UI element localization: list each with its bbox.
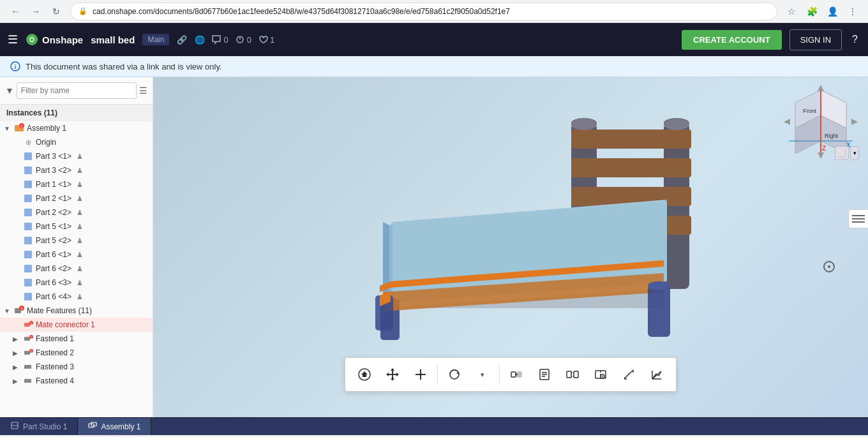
likes-icon[interactable]: 1 (258, 34, 274, 45)
tree-item-mate-connector1[interactable]: ! Mate connector 1 (0, 318, 153, 332)
view-cube-dropdown[interactable]: ▾ (850, 146, 859, 160)
fastened4-toggle[interactable]: ▶ (13, 378, 20, 385)
translate-button[interactable] (408, 362, 433, 387)
profile-button[interactable]: 👤 (823, 3, 841, 20)
svg-marker-69 (818, 85, 824, 91)
back-button[interactable]: ← (6, 3, 24, 20)
tree-item-fastened2[interactable]: ▶ ! Fastened 2 (0, 346, 153, 360)
menu-button[interactable]: ⋮ (844, 3, 862, 20)
comments-icon[interactable]: 0 (211, 34, 228, 45)
view-cube-home[interactable]: ⬜ (835, 146, 849, 160)
tree-item-fastened1[interactable]: ▶ ! Fastened 1 (0, 332, 153, 346)
svg-rect-29 (24, 351, 30, 355)
tree-item-part2-1[interactable]: Part 2 <1> ♟ (0, 191, 153, 205)
fastened3-toggle[interactable]: ▶ (13, 364, 20, 371)
tree-item-part6-3[interactable]: Part 6 <3> ♟ (0, 276, 153, 290)
notes-button[interactable] (532, 362, 557, 387)
svg-marker-76 (391, 368, 394, 371)
svg-marker-78 (386, 373, 389, 376)
svg-rect-14 (24, 223, 32, 230)
rotate-button[interactable] (442, 362, 467, 387)
tree-item-part2-2[interactable]: Part 2 <2> ♟ (0, 205, 153, 219)
tree-item-part5-2[interactable]: Part 5 <2> ♟ (0, 233, 153, 248)
tree-item-part1-1[interactable]: Part 1 <1> ♟ (0, 177, 153, 191)
tree-toggle-assembly1[interactable]: ▼ (4, 125, 11, 132)
svg-text:!: ! (21, 124, 22, 128)
svg-rect-26 (24, 337, 30, 341)
svg-point-56 (664, 119, 689, 130)
person-icon-part2-2: ♟ (77, 209, 83, 217)
address-bar[interactable]: 🔒 cad.onshape.com/documents/8d0677b60e1a… (70, 3, 777, 20)
fastened1-toggle[interactable]: ▶ (13, 336, 20, 343)
fastened2-toggle[interactable]: ▶ (13, 350, 20, 357)
filter-input[interactable] (17, 82, 137, 99)
tree-item-fastened3[interactable]: ▶ Fastened 3 (0, 360, 153, 374)
part-studio-tab-label: Part Studio 1 (23, 422, 67, 431)
svg-rect-10 (24, 167, 32, 174)
help-button[interactable]: ? (849, 31, 860, 48)
svg-text:Z: Z (822, 145, 826, 152)
fastened3-icon (23, 362, 33, 372)
mate-connector1-icon: ! (23, 320, 33, 330)
part6-2-label: Part 6 <2> (36, 264, 71, 273)
tree-item-part6-1[interactable]: Part 6 <1> ♟ (0, 248, 153, 262)
origin-icon: ⊕ (23, 137, 33, 147)
part3-1-label: Part 3 <1> (36, 152, 71, 161)
create-account-button[interactable]: CREATE ACCOUNT (682, 30, 782, 50)
filter-icon[interactable]: ▼ (5, 85, 14, 96)
tree-item-part3-2[interactable]: Part 3 <2> ♟ (0, 163, 153, 177)
person-icon-part3-1: ♟ (77, 152, 83, 161)
part6-1-label: Part 6 <1> (36, 250, 71, 259)
measure-button[interactable] (616, 362, 641, 387)
svg-rect-18 (24, 279, 32, 286)
link-icon[interactable]: 🔗 (177, 35, 187, 45)
crosshair-center (828, 265, 830, 268)
sign-in-button[interactable]: SIGN IN (789, 29, 842, 50)
viewport[interactable]: Front Right Z X ⬜ ▾ (153, 77, 868, 417)
part5-1-icon (23, 221, 33, 232)
toolbar-divider-1 (437, 365, 438, 384)
tree-item-part6-4[interactable]: Part 6 <4> ♟ (0, 290, 153, 304)
mate-button[interactable] (504, 362, 529, 387)
viewport-target-crosshair (823, 261, 835, 272)
move-tool-button[interactable] (380, 362, 405, 387)
forward-button[interactable]: → (27, 3, 45, 20)
app-header: ☰ O onshape small bed Main 🔗 🌐 0 0 1 CRE… (0, 23, 868, 56)
list-view-icon[interactable]: ☰ (139, 85, 147, 96)
branch-label[interactable]: Main (142, 34, 169, 45)
hamburger-menu[interactable]: ☰ (8, 33, 18, 47)
mass-properties-button[interactable] (644, 362, 670, 387)
tab-assembly[interactable]: Assembly 1 (78, 418, 151, 435)
extensions-button[interactable]: 🧩 (803, 3, 821, 20)
tree-item-fastened4[interactable]: ▶ Fastened 4 (0, 374, 153, 388)
tab-part-studio[interactable]: Part Studio 1 (0, 418, 78, 435)
sidebar: ▼ ☰ Instances (11) ▼ ! Assembly 1 (0, 77, 153, 417)
svg-text:O: O (29, 36, 34, 43)
globe-icon[interactable]: 🌐 (195, 35, 205, 45)
notifications-icon[interactable]: 0 (235, 34, 251, 45)
viewport-gizmo[interactable]: Front Right Z X ⬜ ▾ (782, 84, 859, 160)
tree-item-origin[interactable]: ⊕ Origin (0, 135, 153, 149)
mate-features-label: Mate Features (11) (27, 306, 92, 315)
explode-button[interactable] (560, 362, 585, 387)
rotate-dropdown[interactable]: ▾ (470, 362, 495, 387)
tree-item-part3-1[interactable]: Part 3 <1> ♟ (0, 149, 153, 163)
home-view-button[interactable] (352, 362, 377, 387)
mate-features-toggle[interactable]: ▼ (4, 307, 11, 315)
part2-1-icon (23, 193, 33, 204)
person-icon-part2-1: ♟ (77, 195, 83, 203)
tree-item-mate-features[interactable]: ▼ ! Mate Features (11) (0, 304, 153, 318)
toolbar-divider-2 (499, 365, 500, 384)
tree-item-assembly1[interactable]: ▼ ! Assembly 1 (0, 121, 153, 135)
lock-icon: 🔒 (79, 7, 87, 15)
info-bar: i This document was shared via a link an… (0, 56, 868, 77)
bookmark-button[interactable]: ☆ (782, 3, 800, 20)
refresh-button[interactable]: ↻ (47, 3, 65, 20)
sidebar-filter-bar: ▼ ☰ (0, 77, 153, 105)
tree-item-part5-1[interactable]: Part 5 <1> ♟ (0, 219, 153, 233)
part2-1-label: Part 2 <1> (36, 194, 71, 203)
section-view-button[interactable] (588, 362, 613, 387)
tree-item-part6-2[interactable]: Part 6 <2> ♟ (0, 262, 153, 276)
person-icon-part6-2: ♟ (77, 265, 83, 273)
part3-1-icon (23, 151, 33, 161)
